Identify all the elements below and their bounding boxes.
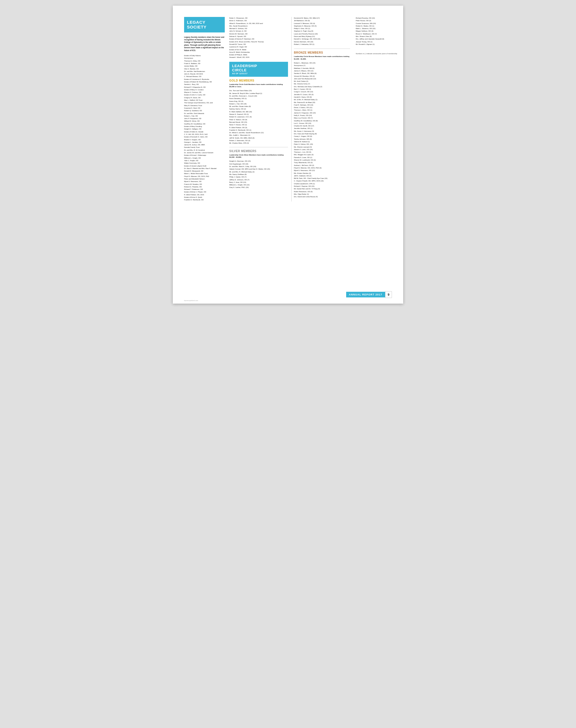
list-item: Kelly A. Frantz, OD (14) — [294, 114, 350, 117]
bronze-members-header: BRONZE MEMBERS — [294, 51, 350, 54]
list-item: Estate of Ernest I. Klekenapp — [184, 154, 225, 157]
list-item: Estate of Dolly Adams — [184, 55, 225, 57]
legacy-society-box: LEGACYSOCIETY — [184, 17, 225, 32]
silver-members-header: SILVER MEMBERS — [229, 150, 288, 153]
list-item: Sandra S. Block, OD, MEd (6) — [294, 72, 350, 75]
list-item: James A. Blasco, OD (12) — [294, 70, 350, 72]
list-item: Sandra L. Bury, OD — [184, 83, 225, 86]
list-item: Jennifer Harthan, OD (1) — [294, 127, 350, 130]
list-item: Barry J. Jose, OD (13) — [229, 181, 288, 184]
list-item: Ms. Victoria Cichy (7) — [294, 83, 350, 85]
list-item: Bruce A. Teitelbaum, OD (7) — [356, 33, 414, 35]
list-item: Ms. Patricia M. de Maat (10) — [294, 101, 350, 104]
list-item: Dave and Mary Ryberg (11) — [294, 35, 350, 38]
list-item: Andrea L. McCann, OD (2) — [294, 164, 350, 167]
list-item: Steven A. Levin, OD (14) — [294, 148, 350, 151]
list-item: Laura and Timothy Rounce (16) — [294, 33, 350, 35]
list-item: Dr. and Mrs. Neil Boderman — [184, 70, 225, 73]
list-item: Thomas L. Elton, OD (1) — [294, 109, 350, 112]
list-item: R. Elliot Politser, OD, DOS — [184, 193, 225, 196]
list-item: Delmar E. Spronk, OD — [229, 35, 288, 38]
list-item: Mr. Ronald A. Zigman (1) — [356, 43, 414, 46]
list-item: Richard I. Raymer, OD (15) — [294, 185, 350, 188]
list-item: Thomas L. Lim, OD (5) — [294, 151, 350, 153]
list-item: Elmer Z. Robinson, OD — [229, 20, 288, 22]
list-item: John E. Brandt, OD DOS — [184, 73, 225, 75]
list-item: Max L. DeBolt, OD Trust — [184, 99, 225, 101]
column-1-legacy: LEGACYSOCIETY Legacy Society members sha… — [184, 17, 229, 202]
list-item: Jordon Beller, OD — [184, 65, 225, 67]
list-item: Estate of Elmer J. Pieper, OD — [184, 191, 225, 193]
list-item: Howard I. Woolf, OD, DOS — [229, 56, 288, 59]
list-item: Dr. and Mrs. R. M. Kendrick — [184, 149, 225, 152]
list-item: Drs. Jeffrey and Jeanette Varanelli (6) — [356, 38, 414, 40]
list-item: Estate of Erma S. Quick — [184, 196, 225, 199]
list-item: Jeff W. Smith, OD, MBA, MHA (6) — [229, 137, 288, 140]
list-item: C. Richard Brewer, OD — [184, 75, 225, 78]
list-item: Robert L. Albertson, OD (15) — [294, 62, 350, 64]
list-item: Robin C. Rinearson, OD — [229, 17, 288, 20]
list-item: Jill Matheson, OD (5) — [294, 20, 350, 22]
list-item: Floyd D. Mizener, OD, DOS, PhD (9) — [294, 167, 350, 169]
footer-label: Annual Report 2017 — [346, 292, 385, 297]
list-item: Otto H. Bender, OD — [184, 68, 225, 70]
list-item: Dwight E. Halligan, OD — [184, 128, 225, 130]
list-item: Geoffrey W. Goodfellow, OD — [184, 123, 225, 125]
list-item: Connie Scavuzzo, MA (10) — [356, 22, 414, 25]
list-item: Vincent W. Brandys, OD (2) — [294, 75, 350, 78]
list-item: Gary A. Lesher, PhD, (16) — [229, 186, 288, 189]
list-item: Mr. & Mrs. R. Michael Daley (1) — [294, 98, 350, 101]
list-item: Michael D. Schloss, OD — [229, 27, 288, 30]
bronze-members-list: Robert L. Albertson, OD (15)Anonymous (7… — [294, 62, 350, 198]
list-item: Robert N. Lewenson, O.D. (5) — [229, 116, 288, 118]
list-item: Estate of Dr. Bruce and Mrs. Flora M. Th… — [229, 41, 288, 43]
list-item: Nana Y. Owusu, OD (1) — [229, 124, 288, 126]
silver-members-list: Dwight H. Akerman, OD (15)Arol Augsburge… — [229, 160, 288, 189]
list-item: Richard T. Pederson, OD — [184, 188, 225, 191]
list-item: Pamela A. Lowe, OD (1) — [294, 156, 350, 159]
list-item: Anna B. Welch Scholarship — [229, 51, 288, 54]
list-item: Denis J. Dubuc, OD (11) — [294, 107, 350, 109]
list-item: Mrs. Judith L. Silverstein (1) — [229, 134, 288, 136]
col2-top-list: Robin C. Rinearson, ODElmer Z. Robinson,… — [229, 17, 288, 59]
list-item: Charles W. Harrill, OD (17) — [294, 125, 350, 127]
list-item: R. Elliot Politser, OD (3) — [229, 126, 288, 129]
list-item: Stephen H. Pugh, Esq (9) — [294, 30, 350, 32]
list-item: Gurpreet K. Deol, OD — [184, 107, 225, 110]
list-item: Bill M. Park, OD - Park Family Eye Care … — [294, 177, 350, 180]
list-item: Robert J. Vodvarka, OD (1) — [294, 43, 350, 46]
notes-text: Numbers in ( ) indicate consecutive year… — [356, 53, 414, 55]
list-item: Bert C. Corwin, OD (4) — [294, 88, 350, 91]
list-item: Leonard V. Messner, OD (4) — [294, 22, 350, 25]
list-item: Jennifer R. Crown, OD (3) — [294, 93, 350, 96]
list-item: Robert L. Fait, OD (18) — [229, 103, 288, 105]
list-item: Estate of Constance A. Bryniczka — [184, 78, 225, 81]
list-item: Kevin Danahey, OD (1) — [229, 97, 288, 100]
list-item: Janice M. Jurkus, OD, MBA — [184, 144, 225, 146]
list-item: Robert J. Steinmetz, OD (3) — [229, 140, 288, 142]
page: LEGACYSOCIETY Legacy Society members sha… — [173, 6, 403, 304]
list-item: Richard Rucoba, OD (10) — [356, 17, 414, 20]
list-item: Millicent L. Knight, OD — [184, 157, 225, 159]
list-item: Philip A. Ortiz, OD (1) — [294, 27, 350, 30]
list-item: Mr. Amit Choksi (2) — [294, 80, 350, 83]
list-item: Bradie O. Hopper, OD — [184, 139, 225, 141]
list-item: Dr. Alfred A. and Mrs. Sarah Rosenbloom … — [229, 131, 288, 134]
list-item: R. Mark Hatfield, OD, MD (16) — [229, 111, 288, 113]
list-item: Anonymous — [184, 57, 225, 60]
list-item: Estate of Helen E. Hasiak — [184, 131, 225, 133]
list-item: Sharon M. Luckhardt, OD (3) — [294, 159, 350, 161]
list-item: Megan Sullivan, OD (3) — [356, 30, 414, 32]
gold-members-desc: Leadership Circle Gold Members have made… — [229, 83, 288, 88]
list-item: Casey L. Hogan, OD (6) — [294, 135, 350, 138]
list-item: Estate of Robert W. Bumbleburg, OD — [184, 81, 225, 83]
list-item: Franklin D. Reinhardt, OD — [184, 199, 225, 201]
divider-gold-silver — [229, 147, 288, 147]
footer-page-number: 9 — [385, 291, 392, 298]
list-item: Matthew J. Asciutto, MA (6) — [294, 67, 350, 70]
list-item: Steven K. Kasinof, OD (1) — [229, 113, 288, 116]
list-item: Estate of Mary H. Condon — [184, 89, 225, 91]
list-item: Estate of Jessie Lofgren Kraft — [184, 165, 225, 167]
list-item: Estate of John S. Curtis, OD — [184, 94, 225, 96]
list-item: C. Clayton Powell, OD, MPH, DOS (16) — [294, 180, 350, 182]
